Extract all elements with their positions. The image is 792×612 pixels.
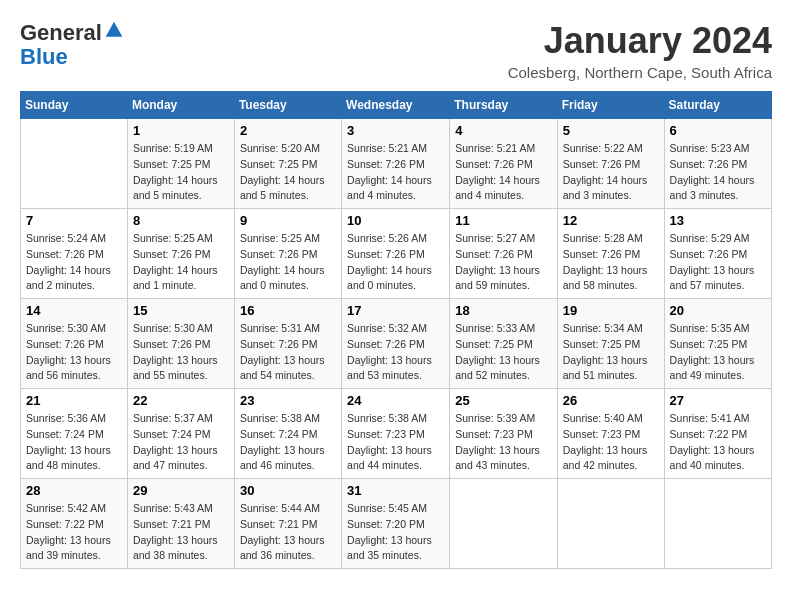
calendar-cell: 14Sunrise: 5:30 AMSunset: 7:26 PMDayligh… <box>21 299 128 389</box>
svg-marker-0 <box>106 22 123 37</box>
day-number: 18 <box>455 303 551 318</box>
calendar-cell: 23Sunrise: 5:38 AMSunset: 7:24 PMDayligh… <box>234 389 341 479</box>
header-thursday: Thursday <box>450 92 557 119</box>
day-info: Sunrise: 5:40 AMSunset: 7:23 PMDaylight:… <box>563 411 659 474</box>
calendar-cell: 24Sunrise: 5:38 AMSunset: 7:23 PMDayligh… <box>342 389 450 479</box>
day-info: Sunrise: 5:43 AMSunset: 7:21 PMDaylight:… <box>133 501 229 564</box>
logo-icon <box>104 20 124 40</box>
logo-blue: Blue <box>20 44 68 69</box>
calendar-cell: 8Sunrise: 5:25 AMSunset: 7:26 PMDaylight… <box>127 209 234 299</box>
calendar-week-4: 21Sunrise: 5:36 AMSunset: 7:24 PMDayligh… <box>21 389 772 479</box>
day-number: 2 <box>240 123 336 138</box>
day-info: Sunrise: 5:27 AMSunset: 7:26 PMDaylight:… <box>455 231 551 294</box>
calendar-cell: 10Sunrise: 5:26 AMSunset: 7:26 PMDayligh… <box>342 209 450 299</box>
title-block: January 2024 Colesberg, Northern Cape, S… <box>508 20 772 81</box>
calendar-cell: 6Sunrise: 5:23 AMSunset: 7:26 PMDaylight… <box>664 119 771 209</box>
day-number: 30 <box>240 483 336 498</box>
day-info: Sunrise: 5:25 AMSunset: 7:26 PMDaylight:… <box>240 231 336 294</box>
day-number: 1 <box>133 123 229 138</box>
calendar-cell: 30Sunrise: 5:44 AMSunset: 7:21 PMDayligh… <box>234 479 341 569</box>
calendar-cell <box>21 119 128 209</box>
day-number: 25 <box>455 393 551 408</box>
day-info: Sunrise: 5:41 AMSunset: 7:22 PMDaylight:… <box>670 411 766 474</box>
calendar-cell: 11Sunrise: 5:27 AMSunset: 7:26 PMDayligh… <box>450 209 557 299</box>
day-info: Sunrise: 5:24 AMSunset: 7:26 PMDaylight:… <box>26 231 122 294</box>
day-info: Sunrise: 5:31 AMSunset: 7:26 PMDaylight:… <box>240 321 336 384</box>
calendar-cell: 1Sunrise: 5:19 AMSunset: 7:25 PMDaylight… <box>127 119 234 209</box>
day-number: 4 <box>455 123 551 138</box>
month-title: January 2024 <box>508 20 772 62</box>
day-number: 14 <box>26 303 122 318</box>
calendar-cell: 25Sunrise: 5:39 AMSunset: 7:23 PMDayligh… <box>450 389 557 479</box>
calendar-cell <box>664 479 771 569</box>
day-number: 16 <box>240 303 336 318</box>
page-header: General Blue January 2024 Colesberg, Nor… <box>20 20 772 81</box>
calendar-cell <box>557 479 664 569</box>
day-number: 7 <box>26 213 122 228</box>
day-info: Sunrise: 5:36 AMSunset: 7:24 PMDaylight:… <box>26 411 122 474</box>
day-info: Sunrise: 5:19 AMSunset: 7:25 PMDaylight:… <box>133 141 229 204</box>
header-monday: Monday <box>127 92 234 119</box>
calendar-cell: 9Sunrise: 5:25 AMSunset: 7:26 PMDaylight… <box>234 209 341 299</box>
day-info: Sunrise: 5:44 AMSunset: 7:21 PMDaylight:… <box>240 501 336 564</box>
calendar-cell: 5Sunrise: 5:22 AMSunset: 7:26 PMDaylight… <box>557 119 664 209</box>
calendar-cell: 3Sunrise: 5:21 AMSunset: 7:26 PMDaylight… <box>342 119 450 209</box>
logo-text: General Blue <box>20 20 124 69</box>
calendar-cell <box>450 479 557 569</box>
day-info: Sunrise: 5:30 AMSunset: 7:26 PMDaylight:… <box>133 321 229 384</box>
day-number: 12 <box>563 213 659 228</box>
day-info: Sunrise: 5:38 AMSunset: 7:23 PMDaylight:… <box>347 411 444 474</box>
day-info: Sunrise: 5:30 AMSunset: 7:26 PMDaylight:… <box>26 321 122 384</box>
header-saturday: Saturday <box>664 92 771 119</box>
day-number: 11 <box>455 213 551 228</box>
logo: General Blue <box>20 20 124 69</box>
day-number: 24 <box>347 393 444 408</box>
calendar-cell: 28Sunrise: 5:42 AMSunset: 7:22 PMDayligh… <box>21 479 128 569</box>
day-number: 3 <box>347 123 444 138</box>
day-info: Sunrise: 5:38 AMSunset: 7:24 PMDaylight:… <box>240 411 336 474</box>
calendar-cell: 15Sunrise: 5:30 AMSunset: 7:26 PMDayligh… <box>127 299 234 389</box>
day-number: 31 <box>347 483 444 498</box>
day-info: Sunrise: 5:25 AMSunset: 7:26 PMDaylight:… <box>133 231 229 294</box>
day-number: 23 <box>240 393 336 408</box>
calendar-cell: 19Sunrise: 5:34 AMSunset: 7:25 PMDayligh… <box>557 299 664 389</box>
day-info: Sunrise: 5:29 AMSunset: 7:26 PMDaylight:… <box>670 231 766 294</box>
day-info: Sunrise: 5:42 AMSunset: 7:22 PMDaylight:… <box>26 501 122 564</box>
calendar-cell: 31Sunrise: 5:45 AMSunset: 7:20 PMDayligh… <box>342 479 450 569</box>
day-info: Sunrise: 5:22 AMSunset: 7:26 PMDaylight:… <box>563 141 659 204</box>
day-number: 22 <box>133 393 229 408</box>
day-info: Sunrise: 5:21 AMSunset: 7:26 PMDaylight:… <box>347 141 444 204</box>
day-info: Sunrise: 5:34 AMSunset: 7:25 PMDaylight:… <box>563 321 659 384</box>
calendar-cell: 12Sunrise: 5:28 AMSunset: 7:26 PMDayligh… <box>557 209 664 299</box>
calendar-cell: 22Sunrise: 5:37 AMSunset: 7:24 PMDayligh… <box>127 389 234 479</box>
day-info: Sunrise: 5:35 AMSunset: 7:25 PMDaylight:… <box>670 321 766 384</box>
day-number: 10 <box>347 213 444 228</box>
day-number: 8 <box>133 213 229 228</box>
day-info: Sunrise: 5:26 AMSunset: 7:26 PMDaylight:… <box>347 231 444 294</box>
day-number: 19 <box>563 303 659 318</box>
calendar-week-1: 1Sunrise: 5:19 AMSunset: 7:25 PMDaylight… <box>21 119 772 209</box>
day-number: 29 <box>133 483 229 498</box>
day-number: 5 <box>563 123 659 138</box>
calendar-week-2: 7Sunrise: 5:24 AMSunset: 7:26 PMDaylight… <box>21 209 772 299</box>
day-info: Sunrise: 5:20 AMSunset: 7:25 PMDaylight:… <box>240 141 336 204</box>
calendar-cell: 2Sunrise: 5:20 AMSunset: 7:25 PMDaylight… <box>234 119 341 209</box>
day-info: Sunrise: 5:28 AMSunset: 7:26 PMDaylight:… <box>563 231 659 294</box>
day-info: Sunrise: 5:33 AMSunset: 7:25 PMDaylight:… <box>455 321 551 384</box>
calendar-cell: 16Sunrise: 5:31 AMSunset: 7:26 PMDayligh… <box>234 299 341 389</box>
day-number: 20 <box>670 303 766 318</box>
calendar-cell: 4Sunrise: 5:21 AMSunset: 7:26 PMDaylight… <box>450 119 557 209</box>
calendar-week-5: 28Sunrise: 5:42 AMSunset: 7:22 PMDayligh… <box>21 479 772 569</box>
day-number: 21 <box>26 393 122 408</box>
day-info: Sunrise: 5:37 AMSunset: 7:24 PMDaylight:… <box>133 411 229 474</box>
calendar-cell: 27Sunrise: 5:41 AMSunset: 7:22 PMDayligh… <box>664 389 771 479</box>
day-number: 27 <box>670 393 766 408</box>
day-number: 13 <box>670 213 766 228</box>
header-sunday: Sunday <box>21 92 128 119</box>
day-number: 28 <box>26 483 122 498</box>
day-number: 9 <box>240 213 336 228</box>
header-tuesday: Tuesday <box>234 92 341 119</box>
calendar-cell: 26Sunrise: 5:40 AMSunset: 7:23 PMDayligh… <box>557 389 664 479</box>
day-number: 26 <box>563 393 659 408</box>
header-wednesday: Wednesday <box>342 92 450 119</box>
